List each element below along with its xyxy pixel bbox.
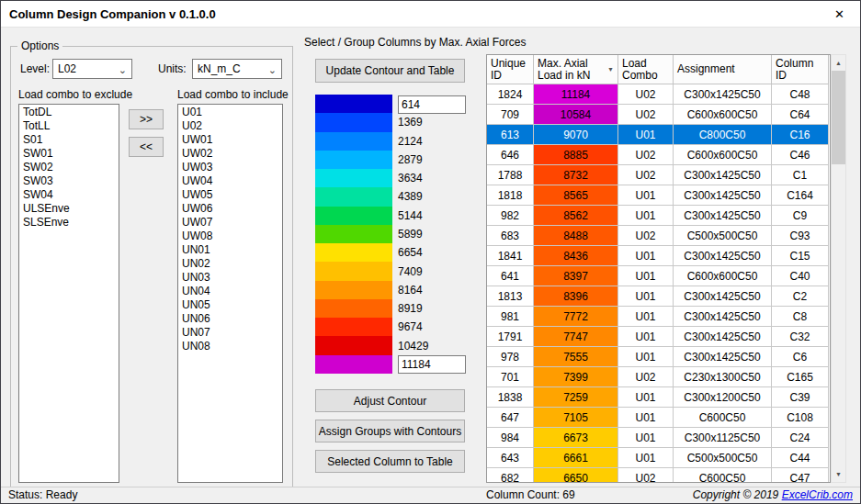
include-list-item[interactable]: UW05 bbox=[178, 188, 282, 202]
exclude-list-item[interactable]: SW01 bbox=[19, 147, 119, 161]
move-to-exclude-button[interactable]: << bbox=[129, 137, 164, 157]
units-combobox[interactable]: kN_m_C ⌄ bbox=[192, 59, 282, 79]
cell-assignment[interactable]: C500x500C50 bbox=[674, 226, 772, 246]
cell-column-id[interactable]: C108 bbox=[772, 408, 829, 428]
cell-column-id[interactable]: C16 bbox=[772, 125, 829, 145]
contour-min-input[interactable] bbox=[398, 95, 466, 114]
cell-unique-id[interactable]: 981 bbox=[487, 307, 534, 327]
cell-max-axial-load[interactable]: 7555 bbox=[534, 347, 618, 367]
cell-unique-id[interactable]: 683 bbox=[487, 226, 534, 246]
include-list-item[interactable]: UW03 bbox=[178, 161, 282, 174]
table-row[interactable]: 182411184U02C300x1425C50C48 bbox=[487, 84, 830, 105]
cell-load-combo[interactable]: U02 bbox=[618, 165, 674, 185]
cell-load-combo[interactable]: U01 bbox=[618, 448, 674, 468]
cell-assignment[interactable]: C500x500C50 bbox=[674, 448, 772, 468]
move-to-include-button[interactable]: >> bbox=[129, 109, 164, 129]
cell-unique-id[interactable]: 1841 bbox=[487, 246, 534, 266]
table-row[interactable]: 6139070U01C800C50C16 bbox=[487, 125, 830, 145]
cell-max-axial-load[interactable]: 6661 bbox=[534, 448, 618, 468]
cell-assignment[interactable]: C300x1425C50 bbox=[674, 185, 772, 206]
table-row[interactable]: 6436661U01C500x500C50C44 bbox=[487, 448, 830, 468]
cell-load-combo[interactable]: U01 bbox=[618, 428, 674, 448]
include-list-item[interactable]: UN06 bbox=[178, 312, 282, 326]
cell-max-axial-load[interactable]: 7747 bbox=[534, 327, 618, 347]
cell-assignment[interactable]: C600x600C50 bbox=[674, 105, 772, 125]
cell-assignment[interactable]: C300x1425C50 bbox=[674, 165, 772, 185]
exclude-list-item[interactable]: TotLL bbox=[19, 119, 119, 133]
cell-max-axial-load[interactable]: 10584 bbox=[534, 105, 618, 125]
cell-load-combo[interactable]: U02 bbox=[618, 226, 674, 246]
cell-unique-id[interactable]: 646 bbox=[487, 145, 534, 165]
cell-unique-id[interactable]: 643 bbox=[487, 448, 534, 468]
table-row[interactable]: 6838488U02C500x500C50C93 bbox=[487, 226, 830, 246]
cell-column-id[interactable]: C8 bbox=[772, 307, 829, 327]
cell-column-id[interactable]: C1 bbox=[772, 165, 829, 185]
scroll-up-icon[interactable]: ▲ bbox=[832, 55, 845, 71]
cell-column-id[interactable]: C9 bbox=[772, 206, 829, 226]
col-header-column-id[interactable]: Column ID bbox=[772, 55, 829, 84]
cell-column-id[interactable]: C164 bbox=[772, 185, 829, 206]
cell-max-axial-load[interactable]: 8732 bbox=[534, 165, 618, 185]
table-row[interactable]: 6418397U01C600x600C50C40 bbox=[487, 266, 830, 286]
cell-unique-id[interactable]: 1788 bbox=[487, 165, 534, 185]
cell-unique-id[interactable]: 1791 bbox=[487, 327, 534, 347]
cell-column-id[interactable]: C6 bbox=[772, 347, 829, 367]
cell-assignment[interactable]: C300x1425C50 bbox=[674, 307, 772, 327]
include-list-item[interactable]: U01 bbox=[178, 106, 282, 119]
table-row[interactable]: 6477105U01C600C50C108 bbox=[487, 408, 830, 428]
cell-max-axial-load[interactable]: 7105 bbox=[534, 408, 618, 428]
col-header-assignment[interactable]: Assignment bbox=[674, 55, 772, 84]
cell-max-axial-load[interactable]: 8885 bbox=[534, 145, 618, 165]
cell-assignment[interactable]: C300x1425C50 bbox=[674, 84, 772, 105]
cell-load-combo[interactable]: U01 bbox=[618, 307, 674, 327]
exclude-list-item[interactable]: SLSEnve bbox=[19, 216, 119, 230]
cell-load-combo[interactable]: U01 bbox=[618, 206, 674, 226]
cell-load-combo[interactable]: U02 bbox=[618, 468, 674, 483]
include-list-item[interactable]: UW04 bbox=[178, 174, 282, 188]
table-row[interactable]: 9787555U01C300x1425C50C6 bbox=[487, 347, 830, 367]
table-row[interactable]: 9817772U01C300x1425C50C8 bbox=[487, 307, 830, 327]
cell-column-id[interactable]: C93 bbox=[772, 226, 829, 246]
cell-assignment[interactable]: C300x1125C50 bbox=[674, 428, 772, 448]
col-header-unique-id[interactable]: Unique ID bbox=[487, 55, 534, 84]
cell-assignment[interactable]: C230x1300C50 bbox=[674, 367, 772, 387]
cell-column-id[interactable]: C165 bbox=[772, 367, 829, 387]
cell-max-axial-load[interactable]: 7399 bbox=[534, 367, 618, 387]
cell-column-id[interactable]: C47 bbox=[772, 468, 829, 483]
cell-unique-id[interactable]: 613 bbox=[487, 125, 534, 145]
include-listbox[interactable]: U01U02UW01UW02UW03UW04UW05UW06UW07UW08UN… bbox=[177, 104, 283, 483]
cell-unique-id[interactable]: 1818 bbox=[487, 185, 534, 206]
cell-load-combo[interactable]: U01 bbox=[618, 327, 674, 347]
cell-unique-id[interactable]: 641 bbox=[487, 266, 534, 286]
table-row[interactable]: 7017399U02C230x1300C50C165 bbox=[487, 367, 830, 387]
include-list-item[interactable]: UN02 bbox=[178, 257, 282, 271]
include-list-item[interactable]: UW02 bbox=[178, 147, 282, 161]
exclude-list-item[interactable]: SW02 bbox=[19, 161, 119, 174]
exclude-list-item[interactable]: SW03 bbox=[19, 174, 119, 188]
cell-max-axial-load[interactable]: 7259 bbox=[534, 387, 618, 408]
cell-column-id[interactable]: C32 bbox=[772, 327, 829, 347]
cell-load-combo[interactable]: U02 bbox=[618, 105, 674, 125]
assign-groups-button[interactable]: Assign Groups with Contours bbox=[315, 420, 465, 442]
update-contour-button[interactable]: Update Contour and Table bbox=[315, 59, 465, 83]
cell-unique-id[interactable]: 1813 bbox=[487, 286, 534, 307]
cell-load-combo[interactable]: U02 bbox=[618, 145, 674, 165]
table-row[interactable]: 6468885U02C600x600C50C46 bbox=[487, 145, 830, 165]
cell-assignment[interactable]: C600x600C50 bbox=[674, 145, 772, 165]
table-row[interactable]: 9846673U01C300x1125C50C24 bbox=[487, 428, 830, 448]
cell-column-id[interactable]: C64 bbox=[772, 105, 829, 125]
exclude-list-item[interactable]: ULSEnve bbox=[19, 202, 119, 216]
cell-unique-id[interactable]: 709 bbox=[487, 105, 534, 125]
table-row[interactable]: 18418436U01C300x1425C50C15 bbox=[487, 246, 830, 266]
close-icon[interactable]: ✕ bbox=[819, 1, 860, 28]
cell-max-axial-load[interactable]: 9070 bbox=[534, 125, 618, 145]
table-row[interactable]: 18138396U01C300x1425C50C2 bbox=[487, 286, 830, 307]
cell-column-id[interactable]: C46 bbox=[772, 145, 829, 165]
cell-max-axial-load[interactable]: 6673 bbox=[534, 428, 618, 448]
table-row[interactable]: 6826650U02C600C50C47 bbox=[487, 468, 830, 483]
cell-assignment[interactable]: C300x1425C50 bbox=[674, 286, 772, 307]
cell-load-combo[interactable]: U01 bbox=[618, 185, 674, 206]
cell-unique-id[interactable]: 1838 bbox=[487, 387, 534, 408]
cell-assignment[interactable]: C600C50 bbox=[674, 408, 772, 428]
cell-load-combo[interactable]: U01 bbox=[618, 387, 674, 408]
